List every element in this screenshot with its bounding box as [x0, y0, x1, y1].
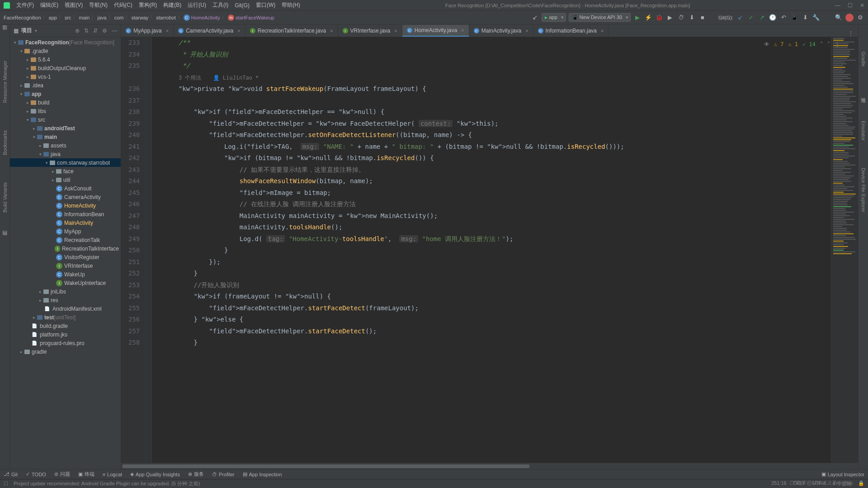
collapse-icon[interactable]: ⇵: [93, 28, 98, 34]
search-icon[interactable]: 🔍: [835, 14, 843, 22]
bottom-tool-app-inspection[interactable]: ▤App Inspection: [243, 471, 282, 478]
bottom-tool-服务[interactable]: ⊕服务: [188, 471, 204, 478]
run-icon[interactable]: ▶: [633, 14, 642, 22]
menu-window[interactable]: 窗口(W): [256, 1, 275, 9]
tree-item[interactable]: ▸libs: [10, 107, 121, 115]
menu-nav[interactable]: 导航(N): [89, 1, 108, 9]
menu-build[interactable]: 构建(B): [163, 1, 181, 9]
bottom-tool-app-quality-insights[interactable]: ◈App Quality Insights: [130, 471, 180, 478]
close-button[interactable]: ✕: [860, 2, 864, 9]
locate-icon[interactable]: ⊕: [75, 28, 80, 34]
tree-item[interactable]: ▸5.6.4: [10, 55, 121, 64]
tree-item[interactable]: IRecreationTalkInterface: [10, 244, 121, 253]
close-icon[interactable]: ×: [601, 28, 604, 33]
menu-code[interactable]: 代码(C): [114, 1, 132, 9]
hide-icon[interactable]: —: [112, 28, 117, 34]
tabs-more-icon[interactable]: ⋮: [844, 30, 858, 37]
device-dropdown[interactable]: 📱 New Device API 30: [569, 13, 631, 22]
minimize-button[interactable]: —: [835, 2, 840, 9]
close-icon[interactable]: ×: [461, 28, 464, 33]
tree-item[interactable]: ▾app: [10, 90, 121, 98]
tree-item[interactable]: CHomeActivity: [10, 201, 121, 210]
tree-item[interactable]: ▾java: [10, 150, 121, 158]
inspection-more-icon[interactable]: ⋮: [835, 39, 840, 51]
tree-item[interactable]: CRecreationTalk: [10, 236, 121, 244]
menu-git[interactable]: Git(G): [235, 2, 250, 9]
inspection-widget[interactable]: 👁 ⚠ 7 ⚠ 1 ✓ 14 ˄ ˅ ⋮: [764, 39, 840, 51]
tree-item[interactable]: ▸androidTest: [10, 124, 121, 133]
apply-changes-icon[interactable]: ⚡: [644, 14, 652, 22]
tree-item[interactable]: ▸res: [10, 296, 121, 304]
attach-icon[interactable]: ⬇: [688, 14, 696, 22]
rail-emulator[interactable]: Emulator: [861, 121, 866, 141]
gear-icon[interactable]: ⚙: [102, 28, 107, 34]
tree-item[interactable]: CInformationBean: [10, 210, 121, 218]
tree-item[interactable]: ▾main: [10, 133, 121, 141]
git-history-icon[interactable]: 🕐: [769, 14, 777, 22]
menu-run[interactable]: 运行(U): [188, 1, 206, 9]
fold-strip[interactable]: [146, 37, 152, 463]
close-icon[interactable]: ×: [166, 28, 169, 33]
close-icon[interactable]: ×: [525, 28, 528, 33]
tree-item[interactable]: 📄platform.jks: [10, 330, 121, 339]
tree-item[interactable]: ▸util: [10, 175, 121, 184]
avd-icon[interactable]: 📱: [790, 14, 798, 22]
tree-item[interactable]: ▸assets: [10, 141, 121, 150]
profile-icon[interactable]: ⏱: [677, 14, 685, 22]
git-push-icon[interactable]: ↗: [758, 14, 766, 22]
editor-tab[interactable]: CCameraActivity.java×: [174, 25, 245, 37]
inspection-down-icon[interactable]: ˅: [827, 39, 830, 51]
status-icon[interactable]: ☐: [4, 481, 8, 487]
layout-inspector-button[interactable]: ▣ Layout Inspector: [821, 471, 864, 477]
bottom-tool-git[interactable]: ⎇Git: [4, 471, 18, 478]
status-message[interactable]: Project update recommended: Android Grad…: [14, 480, 200, 487]
reader-mode-icon[interactable]: 👁: [764, 39, 769, 51]
tree-item[interactable]: ▸vcs-1: [10, 72, 121, 81]
tree-item[interactable]: ▸jniLibs: [10, 287, 121, 296]
rail-bookmarks[interactable]: Bookmarks: [2, 130, 8, 155]
editor-tab[interactable]: CInformationBean.java×: [533, 25, 609, 37]
tree-item[interactable]: 📄proguard-rules.pro: [10, 339, 121, 347]
avatar[interactable]: [845, 14, 854, 22]
caret-position[interactable]: 251:16: [771, 480, 787, 487]
settings-icon[interactable]: 🔧: [812, 14, 820, 22]
rail-gradle[interactable]: Gradle: [861, 52, 866, 66]
bottom-tool-问题[interactable]: ⊘问题: [54, 471, 70, 478]
tree-item[interactable]: ▾.gradle: [10, 47, 121, 55]
tree-item[interactable]: ▾com.starway.starrobot: [10, 158, 121, 167]
debug-icon[interactable]: 🐞: [655, 14, 663, 22]
rail-resource-manager[interactable]: Resource Manager: [2, 61, 8, 103]
git-commit-icon[interactable]: ✓: [747, 14, 755, 22]
tree-item[interactable]: ▸test [unitTest]: [10, 313, 121, 322]
menu-file[interactable]: 文件(F): [16, 1, 34, 9]
lock-icon[interactable]: 🔒: [858, 480, 864, 487]
bottom-tool-logcat[interactable]: ≡Logcat: [103, 471, 122, 478]
editor-tab[interactable]: IRecreationTalkInterface.java×: [245, 25, 338, 37]
bottom-tool-终端[interactable]: ▣终端: [78, 471, 94, 478]
tree-item[interactable]: CAskConsult: [10, 184, 121, 193]
sdk-icon[interactable]: ⬇: [801, 14, 809, 22]
tree-item[interactable]: ▸build: [10, 98, 121, 107]
editor-tab[interactable]: IVRInterfase.java×: [338, 25, 402, 37]
ide-settings-icon[interactable]: ⚙: [856, 14, 864, 22]
menu-edit[interactable]: 编辑(E): [40, 1, 58, 9]
menu-help[interactable]: 帮助(H): [282, 1, 300, 9]
tree-item[interactable]: ▸gradle: [10, 347, 121, 356]
line-gutter[interactable]: 233234235 236237238239240241242243244245…: [121, 37, 146, 463]
tree-item[interactable]: IWakeUpInterface: [10, 279, 121, 287]
bottom-tool-profiler[interactable]: ⏱Profiler: [212, 471, 235, 478]
tree-item[interactable]: CVisitorRegister: [10, 253, 121, 261]
rail-device-explorer[interactable]: Device File Explorer: [861, 168, 866, 212]
sync-icon[interactable]: ↙: [531, 14, 539, 22]
git-update-icon[interactable]: ↙: [736, 14, 744, 22]
inspection-up-icon[interactable]: ˄: [820, 39, 823, 51]
expand-icon[interactable]: ⇅: [84, 28, 89, 34]
close-icon[interactable]: ×: [237, 28, 240, 33]
tree-item[interactable]: IVRInterfase: [10, 261, 121, 270]
menu-tools[interactable]: 工具(I): [212, 1, 228, 9]
close-icon[interactable]: ×: [330, 28, 333, 33]
maximize-button[interactable]: ☐: [848, 2, 853, 9]
editor-tab[interactable]: CMyApp.java×: [121, 25, 174, 37]
error-stripe[interactable]: [831, 37, 858, 463]
breadcrumb[interactable]: FaceRecognition〉 app〉 src〉 main〉 java〉 c…: [4, 14, 274, 21]
